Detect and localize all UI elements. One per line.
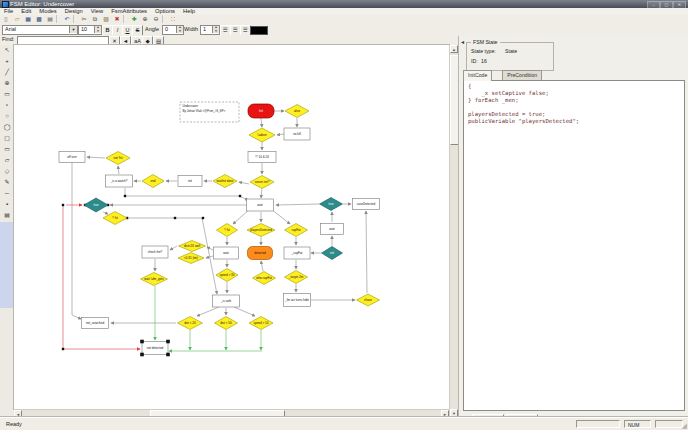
- scroll-down-icon[interactable]: ▼: [450, 409, 458, 417]
- node-label: playersDetected: [250, 228, 272, 232]
- angle-value: 0: [165, 26, 168, 32]
- pan-tool-icon[interactable]: +: [2, 57, 13, 67]
- fsm-edge: [271, 209, 290, 224]
- node-label: wait !=fm_gets: [144, 277, 164, 281]
- pencil-tool-icon[interactable]: ✎: [2, 178, 13, 188]
- edge-waypoint[interactable]: [202, 217, 204, 219]
- fsm-edge: [239, 182, 249, 184]
- menu-item-edit[interactable]: Edit: [17, 8, 35, 15]
- hline-tool-icon[interactable]: ─: [2, 189, 13, 199]
- menu-item-modes[interactable]: Modes: [35, 8, 60, 15]
- node-label: wait: [223, 251, 229, 255]
- node-label: off turn: [67, 155, 77, 159]
- line-tool-icon[interactable]: ╱: [2, 68, 13, 78]
- font-family-value: Arial: [5, 26, 16, 32]
- angle-spinner[interactable]: 0 ▲▼: [162, 25, 184, 35]
- font-size-spinner[interactable]: 10 ▲▼: [78, 25, 102, 35]
- fsm-edge: [125, 188, 248, 200]
- groupbox-title: FSM State: [471, 39, 500, 45]
- node-label: _fm act turns hide: [284, 298, 309, 302]
- diamond-shape-icon[interactable]: ◇: [2, 167, 13, 177]
- spinner-arrows-icon[interactable]: ▲▼: [94, 26, 101, 33]
- window-title: FSM Editor: Undercover: [10, 0, 74, 8]
- status-box: [655, 420, 683, 428]
- zoom-out-icon[interactable]: ⊖: [151, 15, 161, 23]
- node-label: caseDetected: [357, 202, 376, 206]
- tab-initcode[interactable]: InitCode: [463, 70, 492, 81]
- fsm-edge: [127, 218, 217, 294]
- font-family-select[interactable]: Arial ▼: [2, 25, 78, 35]
- node-label: true: [93, 203, 99, 207]
- delete-icon[interactable]: ✖: [112, 15, 122, 23]
- selection-handle[interactable]: [166, 340, 170, 344]
- edge-waypoint[interactable]: [62, 204, 64, 206]
- node-label: chase: [364, 298, 372, 302]
- grid-tool-icon[interactable]: ▤: [2, 211, 13, 221]
- node-label: dist < 20: [184, 321, 196, 325]
- fsm-edge: [170, 246, 177, 250]
- edge-waypoint[interactable]: [239, 195, 241, 197]
- toolbar-separator: [162, 15, 166, 23]
- width-spinner[interactable]: 1 ▲▼: [200, 25, 220, 35]
- selection-handle[interactable]: [166, 353, 170, 357]
- menu-item-options[interactable]: Options: [151, 8, 179, 15]
- parallelogram-shape-icon[interactable]: ▱: [2, 156, 13, 166]
- node-label: init: [188, 179, 192, 183]
- edge-waypoint[interactable]: [174, 217, 176, 219]
- resize-grip[interactable]: ◢: [682, 422, 687, 430]
- menu-item-fsmattributes[interactable]: FsmAttributes: [107, 8, 151, 15]
- zoom-tool-icon[interactable]: ⊕: [2, 79, 13, 89]
- state-type-label: State type:: [471, 48, 496, 54]
- print-icon[interactable]: ▤: [45, 15, 55, 23]
- id-value: 16: [481, 58, 487, 64]
- tab-precondition[interactable]: PreCondition: [502, 70, 542, 80]
- scroll-up-icon[interactable]: ▲: [450, 45, 458, 53]
- menu-item-view[interactable]: View: [87, 8, 107, 15]
- selection-handle[interactable]: [140, 340, 144, 344]
- marquee-tool-icon[interactable]: ▭: [2, 90, 13, 100]
- new-icon[interactable]: ▯: [1, 15, 11, 23]
- menu-item-design[interactable]: Design: [61, 8, 87, 15]
- copy-icon[interactable]: ⧉: [90, 15, 100, 23]
- round-rect-shape-icon[interactable]: ▢: [2, 134, 13, 144]
- select-tool-icon[interactable]: ↖: [2, 46, 13, 56]
- node-label: _target 2m: [288, 275, 304, 279]
- spinner-arrows-icon[interactable]: ▲▼: [176, 26, 183, 33]
- code-editor[interactable]: { _x setCaptive false; } forEach _men; p…: [463, 80, 685, 411]
- edge-waypoint[interactable]: [62, 348, 64, 350]
- edge-waypoint[interactable]: [124, 195, 126, 197]
- circle-shape-icon[interactable]: ○: [2, 112, 13, 122]
- zoom-in-icon[interactable]: ⊕: [140, 15, 150, 23]
- node-label: !! fst: [112, 216, 118, 220]
- chevron-down-icon[interactable]: ▼: [69, 26, 77, 33]
- paste-icon[interactable]: ▨: [101, 15, 111, 23]
- rect-shape-icon[interactable]: ▭: [2, 145, 13, 155]
- id-label: ID:: [471, 58, 478, 64]
- undo-icon[interactable]: ↶: [62, 15, 72, 23]
- goto-state-icon[interactable]: ∷: [168, 15, 178, 23]
- fit-icon[interactable]: ✚: [129, 15, 139, 23]
- node-label: end: [150, 179, 155, 183]
- node-label: check fire?: [148, 250, 163, 254]
- diagram-canvas[interactable]: UndercoverBy Johan Vlak <@Fsm_#6_6P>Init…: [14, 45, 449, 409]
- code-tabs: InitCodePreCondition: [463, 70, 685, 80]
- toolbar-separator: [123, 15, 127, 23]
- fsm-edge: [234, 307, 255, 316]
- collapse-panel-icon[interactable]: ◂: [461, 38, 464, 45]
- selection-handle[interactable]: [140, 353, 144, 357]
- dot-shape-icon[interactable]: ∘: [2, 101, 13, 111]
- open-icon[interactable]: ▱: [12, 15, 22, 23]
- save-all-icon[interactable]: ▩: [34, 15, 44, 23]
- spinner-arrows-icon[interactable]: ▲▼: [212, 26, 219, 33]
- color-swatch[interactable]: [250, 26, 268, 35]
- menu-item-file[interactable]: File: [0, 8, 17, 15]
- point-tool-icon[interactable]: ▪: [2, 200, 13, 210]
- node-label: init: [330, 251, 334, 255]
- ellipse-shape-icon[interactable]: ◯: [2, 123, 13, 133]
- menu-item-help[interactable]: Help: [179, 8, 199, 15]
- fsm-edge: [87, 157, 105, 158]
- node-label: dist < 50: [220, 321, 232, 325]
- node-label: speed > 10: [254, 321, 269, 325]
- cut-icon[interactable]: ✂: [79, 15, 89, 23]
- save-icon[interactable]: ▦: [23, 15, 33, 23]
